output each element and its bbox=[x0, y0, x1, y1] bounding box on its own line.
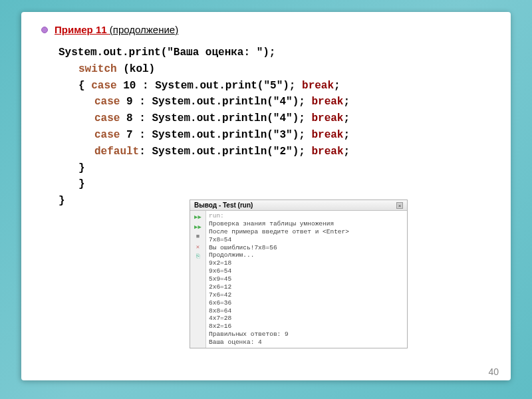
title-rest: (продолжение) bbox=[110, 24, 178, 35]
output-panel: Вывод - Test (run) × ▶▶ ▶▶ ■ ✕ ⎘ run: Пр… bbox=[190, 200, 408, 348]
error-icon[interactable]: ✕ bbox=[193, 242, 203, 251]
out-line: 7x6=42 bbox=[209, 291, 404, 299]
out-line: 9x2=18 bbox=[209, 259, 404, 267]
panel-output: run: Проверка знания таблицы умножения П… bbox=[206, 211, 407, 348]
slide-title: Пример 11 (продолжение) bbox=[55, 24, 178, 35]
panel-header: Вывод - Test (run) × bbox=[190, 200, 407, 211]
page-number: 40 bbox=[488, 366, 499, 377]
misc-icon[interactable]: ⎘ bbox=[193, 252, 203, 261]
out-line: 2x6=12 bbox=[209, 283, 404, 291]
out-line: Продолжим... bbox=[209, 251, 404, 259]
run-label: run: bbox=[209, 212, 404, 220]
stop-icon[interactable]: ■ bbox=[193, 232, 203, 241]
out-line: Правильных ответов: 9 bbox=[209, 331, 404, 338]
bullet-icon bbox=[41, 27, 48, 33]
out-line: 8x8=64 bbox=[209, 307, 404, 315]
code-line-5: case 8 : System.out.println("4"); break; bbox=[94, 110, 497, 127]
out-line: Вы ошиблись!7x8=56 bbox=[209, 244, 404, 252]
rerun-icon[interactable]: ▶▶ bbox=[193, 222, 203, 231]
code-block: System.out.print("Ваша оценка: "); switc… bbox=[59, 45, 497, 209]
out-line: 7x8=54 bbox=[209, 236, 404, 244]
code-line-7: default: System.out.println("2"); break; bbox=[94, 144, 497, 160]
close-icon[interactable]: × bbox=[396, 202, 403, 209]
out-line: 8x2=16 bbox=[209, 323, 404, 331]
slide: Пример 11 (продолжение) System.out.print… bbox=[21, 12, 511, 380]
title-red: Пример 11 bbox=[55, 24, 110, 35]
title-row: Пример 11 (продолжение) bbox=[41, 24, 497, 35]
panel-gutter: ▶▶ ▶▶ ■ ✕ ⎘ bbox=[190, 211, 206, 348]
panel-body: ▶▶ ▶▶ ■ ✕ ⎘ run: Проверка знания таблицы… bbox=[190, 211, 407, 348]
code-line-3: { case 10 : System.out.print("5"); break… bbox=[78, 78, 497, 94]
out-line: 6x6=36 bbox=[209, 299, 404, 307]
panel-title: Вывод - Test (run) bbox=[194, 201, 253, 209]
code-line-1: System.out.print("Ваша оценка: "); bbox=[59, 45, 497, 61]
out-line: После примера введите ответ и <Enter> bbox=[209, 228, 404, 236]
out-line: Проверка знания таблицы умножения bbox=[209, 220, 404, 228]
code-line-9: } bbox=[78, 176, 497, 193]
out-line: 5x9=45 bbox=[209, 275, 404, 283]
out-line: Ваша оценка: 4 bbox=[209, 338, 404, 346]
code-line-2: switch (kol) bbox=[78, 61, 497, 78]
out-line: 9x6=54 bbox=[209, 267, 404, 275]
code-line-6: case 7 : System.out.println("3"); break; bbox=[94, 127, 497, 144]
run-icon[interactable]: ▶▶ bbox=[193, 212, 203, 221]
code-line-8: } bbox=[78, 160, 497, 177]
out-line: 4x7=28 bbox=[209, 315, 404, 323]
code-line-4: case 9 : System.out.println("4"); break; bbox=[94, 94, 497, 110]
